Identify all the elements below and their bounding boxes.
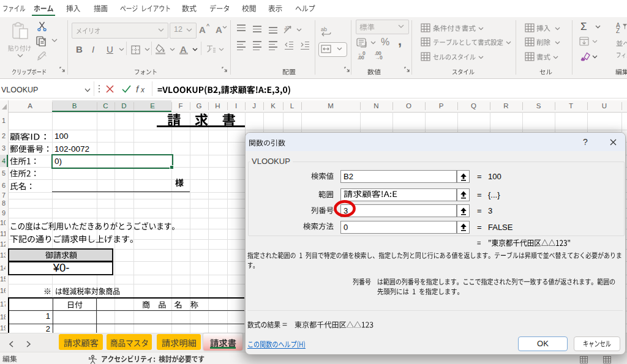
svg-text:Z: Z [616,28,620,34]
svg-text:ab: ab [283,24,291,32]
svg-text:ab: ab [321,26,327,32]
